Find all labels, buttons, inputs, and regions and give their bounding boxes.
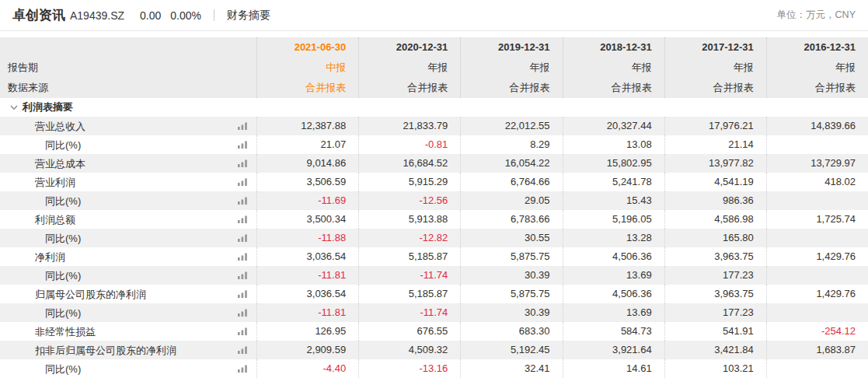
column-date: 2016-12-31 xyxy=(767,37,856,58)
table-row: 营业利润 3,506.595,915.296,764.665,241.784,5… xyxy=(0,173,868,191)
cell-value: 5,915.29 xyxy=(358,173,460,191)
financial-summary-table: 报告期 数据来源 2021-06-30 中报 合并报表 2020-12-31 年… xyxy=(0,37,868,378)
stock-code: A19439.SZ xyxy=(70,9,124,22)
cell-value xyxy=(766,303,868,322)
row-label: 同比(%) xyxy=(0,270,81,282)
cell-value: 5,913.88 xyxy=(358,210,460,229)
row-label: 营业总收入 xyxy=(0,121,85,132)
row-label-cell: 非经常性损益 xyxy=(0,322,256,341)
table-row: 营业总收入 12,387.8821,833.7922,012.5520,327.… xyxy=(0,117,868,135)
cell-value: 16,684.52 xyxy=(358,154,460,173)
header-label-column: 报告期 数据来源 xyxy=(0,37,256,98)
cell-value: 16,054.22 xyxy=(460,154,562,173)
cell-value: 177.23 xyxy=(664,303,766,322)
bar-chart-icon[interactable] xyxy=(237,345,248,355)
table-row: 营业总成本 9,014.8616,684.5216,054.2215,802.9… xyxy=(0,154,868,173)
cell-value: 3,036.54 xyxy=(256,247,358,266)
cell-value: 1,429.76 xyxy=(766,247,868,266)
bar-chart-icon[interactable] xyxy=(237,215,248,224)
bar-chart-icon[interactable] xyxy=(237,196,248,205)
cell-value: -11.74 xyxy=(358,303,460,322)
column-data-source: 合并报表 xyxy=(359,78,448,98)
table-body: 营业总收入 12,387.8821,833.7922,012.5520,327.… xyxy=(0,117,868,378)
cell-value: 30.39 xyxy=(460,303,562,322)
table-row: 同比(%) -11.88-12.8230.5513.28165.80 xyxy=(0,229,868,247)
vertical-divider xyxy=(214,9,214,21)
period-column-header: 2019-12-31 年报 合并报表 xyxy=(460,37,562,98)
report-period-label: 报告期 xyxy=(8,58,256,78)
bar-chart-icon[interactable] xyxy=(237,177,248,187)
cell-value: 5,192.45 xyxy=(460,341,562,359)
cell-value: 13,729.97 xyxy=(766,154,868,173)
cell-value: 15.43 xyxy=(563,191,664,210)
stock-price: 0.00 xyxy=(140,9,161,22)
row-label-cell: 利润总额 xyxy=(0,210,256,229)
cell-value: 3,421.84 xyxy=(664,341,766,359)
table-row: 利润总额 3,500.345,913.886,783.665,196.054,5… xyxy=(0,210,868,229)
bar-chart-icon[interactable] xyxy=(237,233,248,243)
column-data-source: 合并报表 xyxy=(563,78,652,98)
cell-value: -12.82 xyxy=(358,229,460,247)
cell-value: 1,429.76 xyxy=(766,285,868,303)
table-row: 同比(%) 21.07-0.818.2913.0821.14 xyxy=(0,135,868,154)
spacer xyxy=(8,37,256,58)
topbar: 卓创资讯 A19439.SZ 0.00 0.00% 财务摘要 单位：万元，CNY xyxy=(0,0,868,31)
cell-value: 6,764.66 xyxy=(460,173,562,191)
cell-value: -11.74 xyxy=(358,266,460,285)
bar-chart-icon[interactable] xyxy=(237,252,248,261)
column-data-source: 合并报表 xyxy=(461,78,549,98)
cell-value: 3,036.54 xyxy=(256,285,358,303)
company-name: 卓创资讯 xyxy=(12,6,65,24)
data-source-label: 数据来源 xyxy=(8,78,256,98)
table-row: 扣非后归属母公司股东的净利润 2,909.594,509.325,192.453… xyxy=(0,341,868,359)
bar-chart-icon[interactable] xyxy=(237,121,248,131)
chevron-down-icon[interactable] xyxy=(9,103,19,112)
table-row: 同比(%) -11.69-12.5629.0515.43986.36 xyxy=(0,191,868,210)
column-period-type: 年报 xyxy=(665,58,754,78)
row-label-cell: 同比(%) xyxy=(0,266,256,285)
cell-value: 21.14 xyxy=(664,135,766,154)
row-label-cell: 营业利润 xyxy=(0,173,256,191)
tab-financial-summary[interactable]: 财务摘要 xyxy=(227,9,270,23)
cell-value: 676.55 xyxy=(358,322,460,341)
row-label: 同比(%) xyxy=(0,195,81,207)
table-header: 报告期 数据来源 2021-06-30 中报 合并报表 2020-12-31 年… xyxy=(0,37,868,98)
cell-value: 5,875.75 xyxy=(460,285,562,303)
section-title: 利润表摘要 xyxy=(23,100,73,114)
bar-chart-icon[interactable] xyxy=(237,308,248,317)
bar-chart-icon[interactable] xyxy=(237,289,248,299)
column-period-type: 年报 xyxy=(563,58,652,78)
row-label: 同比(%) xyxy=(0,139,81,151)
cell-value: 3,921.64 xyxy=(563,341,664,359)
cell-value: 9,014.86 xyxy=(256,154,358,173)
cell-value: 3,500.34 xyxy=(256,210,358,229)
bar-chart-icon[interactable] xyxy=(237,271,248,280)
bar-chart-icon[interactable] xyxy=(237,364,248,373)
row-label-cell: 同比(%) xyxy=(0,191,256,210)
cell-value xyxy=(766,229,868,247)
column-date: 2020-12-31 xyxy=(359,37,448,58)
bar-chart-icon[interactable] xyxy=(237,327,248,336)
cell-value: 3,963.75 xyxy=(664,285,766,303)
cell-value: 165.80 xyxy=(664,229,766,247)
cell-value: 32.41 xyxy=(460,359,562,378)
period-column-header: 2021-06-30 中报 合并报表 xyxy=(256,37,358,98)
cell-value: 418.02 xyxy=(766,173,868,191)
bar-chart-icon[interactable] xyxy=(237,140,248,149)
column-data-source: 合并报表 xyxy=(767,78,856,98)
cell-value: -0.81 xyxy=(358,135,460,154)
cell-value: -254.12 xyxy=(766,322,868,341)
cell-value: 21,833.79 xyxy=(358,117,460,135)
section-income-statement-summary[interactable]: 利润表摘要 xyxy=(0,98,868,117)
cell-value: 2,909.59 xyxy=(256,341,358,359)
period-column-header: 2018-12-31 年报 合并报表 xyxy=(563,37,664,98)
row-label-cell: 归属母公司股东的净利润 xyxy=(0,285,256,303)
row-label-cell: 净利润 xyxy=(0,247,256,266)
bar-chart-icon[interactable] xyxy=(237,159,248,168)
cell-value: 29.05 xyxy=(460,191,562,210)
cell-value: 3,963.75 xyxy=(664,247,766,266)
cell-value: 177.23 xyxy=(664,266,766,285)
cell-value: 103.21 xyxy=(664,359,766,378)
column-period-type: 年报 xyxy=(461,58,549,78)
row-label-cell: 同比(%) xyxy=(0,359,256,378)
